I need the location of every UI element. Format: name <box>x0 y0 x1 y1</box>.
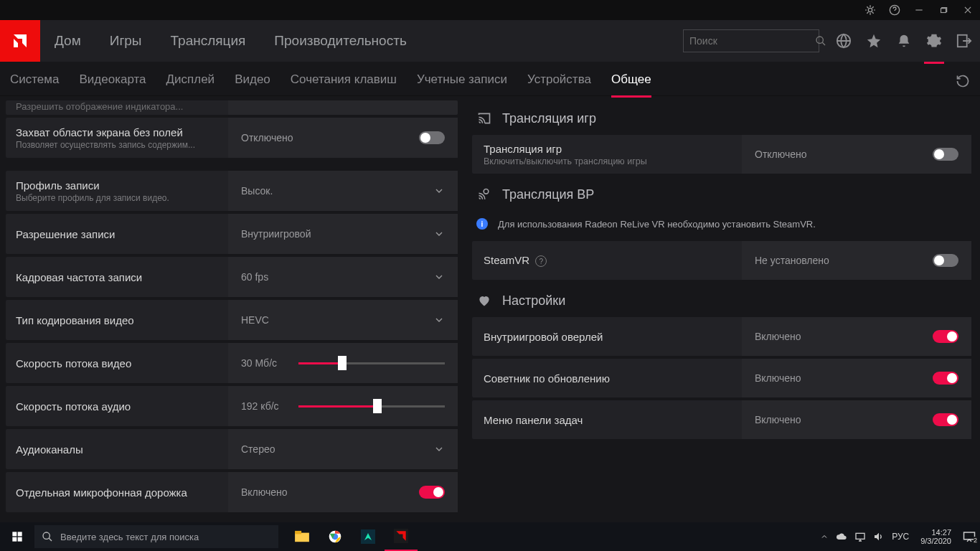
chrome-icon[interactable] <box>319 522 352 551</box>
setting-value: HEVC <box>241 314 269 326</box>
chevron-down-icon[interactable] <box>433 185 445 197</box>
gear-icon[interactable] <box>925 32 943 50</box>
svg-rect-9 <box>12 537 17 542</box>
pref-label: Советник по обновлению <box>484 372 730 385</box>
setting-value: 30 Мб/с <box>241 357 284 369</box>
game-streaming-value: Отключено <box>755 149 807 160</box>
filmora-icon[interactable] <box>352 522 385 551</box>
svg-point-6 <box>484 189 489 194</box>
row-recording-4: Скорость потока видео30 Мб/с <box>6 343 458 383</box>
exit-icon[interactable] <box>956 32 973 50</box>
borderless-value: Отключено <box>241 132 293 143</box>
subtab-display[interactable]: Дисплей <box>166 72 215 95</box>
setting-label: Скорость потока видео <box>16 357 218 369</box>
setting-sub: Выберите профиль для записи видео. <box>16 193 218 203</box>
chevron-down-icon[interactable] <box>433 228 445 240</box>
setting-label: Профиль записи <box>16 179 218 192</box>
restore-icon[interactable] <box>937 4 950 17</box>
web-icon[interactable] <box>835 32 852 50</box>
borderless-toggle[interactable] <box>419 131 445 144</box>
row-pref-1: Советник по обновлениюВключено <box>472 359 971 397</box>
section-vr-streaming: Трансляция ВР <box>472 176 971 211</box>
help-badge-icon[interactable]: ? <box>535 255 547 267</box>
content-area: Разрешить отображение индикатора... Захв… <box>0 96 980 522</box>
borderless-sub: Позволяет осуществлять запись содержим..… <box>16 140 218 150</box>
tray-chevron-up-icon[interactable] <box>820 532 829 541</box>
setting-value: Высок. <box>241 185 273 197</box>
slider[interactable] <box>284 405 445 408</box>
chevron-down-icon[interactable] <box>433 314 445 326</box>
bell-icon[interactable] <box>895 32 913 50</box>
game-streaming-toggle[interactable] <box>933 148 958 161</box>
tray-onedrive-icon[interactable] <box>836 532 847 541</box>
tray-volume-icon[interactable] <box>873 532 885 542</box>
svg-point-3 <box>816 37 823 43</box>
row-recording-6: АудиоканалыСтерео <box>6 429 458 469</box>
pref-value: Включено <box>755 414 801 425</box>
slider[interactable] <box>284 362 445 364</box>
tray-lang[interactable]: РУС <box>892 532 909 542</box>
subtab-video[interactable]: Видео <box>235 72 270 95</box>
pref-value: Включено <box>755 331 801 342</box>
taskbar-search[interactable]: Введите здесь текст для поиска <box>34 525 278 548</box>
search-icon <box>42 531 53 542</box>
svg-rect-8 <box>18 532 22 536</box>
tray-clock[interactable]: 14:27 9/3/2020 <box>916 528 956 545</box>
app-window: Дом Игры Трансляция Производительность С… <box>0 0 980 522</box>
setting-label: Разрешение записи <box>16 228 218 240</box>
bug-icon[interactable] <box>864 4 877 17</box>
tray-notifications-icon[interactable]: 2 <box>963 531 976 542</box>
close-icon[interactable] <box>961 4 974 17</box>
window-titlebar <box>0 0 980 20</box>
tab-performance[interactable]: Производительность <box>260 20 420 62</box>
svg-rect-17 <box>394 529 408 543</box>
indicator-label: Разрешить отображение индикатора... <box>16 101 218 112</box>
tray-network-icon[interactable] <box>854 532 866 542</box>
vr-info-text: Для использования Radeon ReLive VR необх… <box>498 219 816 230</box>
pref-toggle[interactable] <box>933 372 958 385</box>
minimize-icon[interactable] <box>913 4 925 17</box>
star-icon[interactable] <box>865 32 882 50</box>
pref-toggle[interactable] <box>933 413 958 426</box>
cast-icon <box>476 110 492 126</box>
tab-games[interactable]: Игры <box>95 20 156 62</box>
search-box[interactable] <box>683 29 819 52</box>
tab-streaming[interactable]: Трансляция <box>156 20 260 62</box>
subtab-hotkeys[interactable]: Сочетания клавиш <box>291 72 397 95</box>
search-icon <box>815 35 826 47</box>
setting-value: 192 кб/с <box>241 400 284 412</box>
top-nav: Дом Игры Трансляция Производительность <box>0 20 980 62</box>
chevron-down-icon[interactable] <box>433 443 445 455</box>
setting-value: Стерео <box>241 443 275 455</box>
row-steamvr: SteamVR? Не установлено <box>472 241 971 280</box>
game-streaming-label: Трансляция игр <box>484 143 730 155</box>
subtab-devices[interactable]: Устройства <box>527 72 591 95</box>
subtab-accounts[interactable]: Учетные записи <box>417 72 507 95</box>
setting-label: Аудиоканалы <box>16 443 218 456</box>
setting-value: Внутриигровой <box>241 228 311 240</box>
setting-toggle[interactable] <box>419 486 445 499</box>
pref-label: Внутриигровой оверлей <box>484 331 730 343</box>
setting-label: Кадровая частота записи <box>16 271 218 283</box>
svg-point-11 <box>43 532 50 539</box>
amd-logo[interactable] <box>0 20 40 62</box>
file-explorer-icon[interactable] <box>286 522 319 551</box>
vr-info-line: i Для использования Radeon ReLive VR нео… <box>472 211 971 241</box>
amd-app-icon[interactable] <box>385 522 418 551</box>
tab-home[interactable]: Дом <box>40 20 95 62</box>
start-button[interactable] <box>0 522 34 551</box>
pref-toggle[interactable] <box>933 330 958 343</box>
chevron-down-icon[interactable] <box>433 271 445 283</box>
steamvr-toggle[interactable] <box>933 254 958 267</box>
svg-rect-13 <box>295 531 301 534</box>
subtab-general[interactable]: Общее <box>611 72 651 95</box>
help-icon[interactable] <box>888 4 901 17</box>
row-recording-5: Скорость потока аудио192 кб/с <box>6 386 458 426</box>
steamvr-label: SteamVR? <box>484 254 730 267</box>
row-pref-2: Меню панели задачВключено <box>472 400 971 439</box>
reset-icon[interactable] <box>956 74 970 95</box>
borderless-label: Захват области экрана без полей <box>16 126 218 138</box>
search-input[interactable] <box>689 35 815 47</box>
subtab-system[interactable]: Система <box>10 72 59 95</box>
subtab-gpu[interactable]: Видеокарта <box>79 72 146 95</box>
